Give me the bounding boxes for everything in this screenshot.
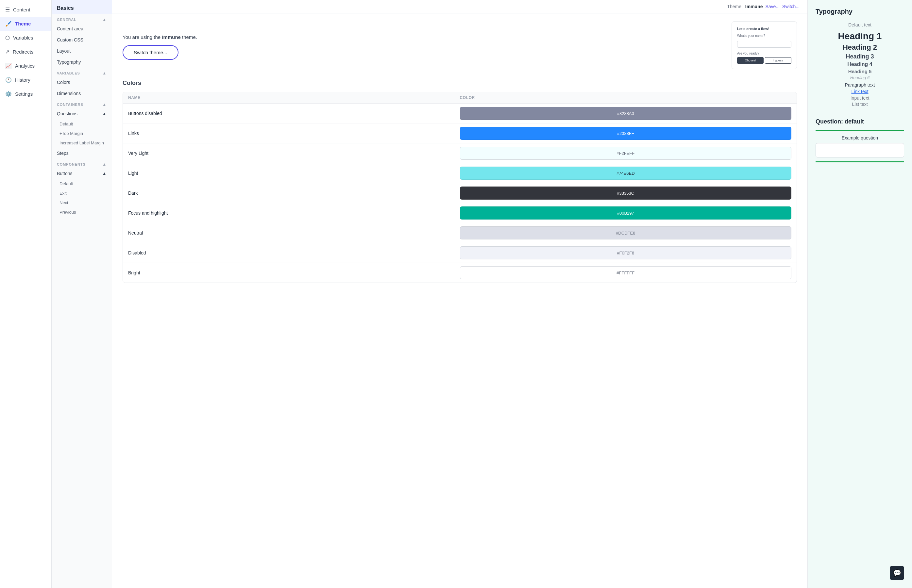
flow-preview-card: Let's create a flow! What's your name? A… [732,21,797,69]
left-sidebar: ☰ Content 🖌️ Theme ⬡ Variables ↗ Redirec… [0,0,52,588]
questions-arrow: ▲ [102,111,107,116]
sidebar-item-variables[interactable]: ⬡ Variables [0,31,51,45]
analytics-icon: 📈 [5,63,12,69]
sidebar-label-analytics: Analytics [15,63,35,69]
redirects-icon: ↗ [5,48,10,55]
color-row[interactable]: Very Light#F2FEFF [123,144,797,163]
nav-buttons[interactable]: Buttons ▲ [52,168,112,179]
nav-questions-top-margin[interactable]: +Top Margin [52,129,112,138]
variables-chevron[interactable]: ▲ [102,71,107,76]
typo-h3: Heading 3 [816,53,904,61]
preview-name-input[interactable] [737,41,791,48]
color-row[interactable]: Buttons disabled#8288A0 [123,103,797,123]
nav-custom-css[interactable]: Custom CSS [52,34,112,45]
sidebar-item-analytics[interactable]: 📈 Analytics [0,59,51,73]
color-row-name: Dark [128,191,460,195]
preview-yes-btn[interactable]: Oh, yes! [737,57,764,64]
containers-chevron[interactable]: ▲ [102,102,107,107]
theme-description: You are using the Immune theme. [123,34,721,40]
section-containers-label: CONTAINERS ▲ [52,99,112,108]
nav-typography[interactable]: Typography [52,57,112,68]
chat-symbol: 💬 [893,569,901,577]
color-row-name: Neutral [128,230,460,236]
color-row-name: Bright [128,270,460,275]
general-chevron[interactable]: ▲ [102,17,107,22]
question-preview: Example question [816,130,904,162]
sidebar-item-redirects[interactable]: ↗ Redirects [0,45,51,59]
color-row[interactable]: Dark#33353C [123,183,797,203]
color-swatch[interactable]: #DCDFE8 [460,226,792,239]
section-variables-label: VARIABLES ▲ [52,68,112,77]
color-swatch[interactable]: #33353C [460,187,792,200]
nav-colors[interactable]: Colors [52,77,112,88]
typo-h1: Heading 1 [816,30,904,42]
color-row[interactable]: Links#2388FF [123,123,797,144]
main-content: Theme: Immune Save... Switch... You are … [112,0,807,588]
nav-questions-default[interactable]: Default [52,119,112,129]
preview-buttons: Oh, yes! I guess [737,57,791,64]
preview-title: Let's create a flow! [737,27,791,31]
chat-icon[interactable]: 💬 [890,566,904,580]
question-section-title: Question: default [816,118,904,125]
typo-link[interactable]: Link text [816,89,904,95]
preview-ready-text: Are you ready? [737,52,791,55]
colors-section-title: Colors [123,80,797,87]
colors-table: NAME COLOR Buttons disabled#8288A0Links#… [123,92,797,283]
nav-questions-label-margin[interactable]: Increased Label Margin [52,138,112,148]
theme-label: Theme: [727,4,742,9]
sidebar-item-content[interactable]: ☰ Content [0,3,51,17]
content-area: You are using the Immune theme. Switch t… [112,13,807,291]
theme-name: Immune [745,4,763,9]
typo-h5: Heading 5 [816,68,904,75]
nav-buttons-exit[interactable]: Exit [52,189,112,198]
question-example-label: Example question [816,135,904,141]
preview-no-btn[interactable]: I guess [765,57,791,64]
theme-bold-name: Immune [162,34,181,40]
color-swatch[interactable]: #74E6ED [460,166,792,180]
content-icon: ☰ [5,6,10,13]
typography-title: Typography [816,8,904,15]
top-bar: Theme: Immune Save... Switch... [112,0,807,13]
typo-input: Input text [816,95,904,102]
typo-h2: Heading 2 [816,42,904,53]
typo-h4: Heading 4 [816,61,904,68]
sidebar-item-theme[interactable]: 🖌️ Theme [0,17,51,31]
components-chevron[interactable]: ▲ [102,162,107,166]
nav-questions[interactable]: Questions ▲ [52,108,112,119]
color-row[interactable]: Focus and highlight#00B297 [123,203,797,223]
color-row[interactable]: Disabled#F0F2F8 [123,243,797,263]
theme-text-block: You are using the Immune theme. Switch t… [123,21,721,60]
switch-theme-button[interactable]: Switch theme... [123,45,178,60]
nav-buttons-default[interactable]: Default [52,179,112,189]
sidebar-item-settings[interactable]: ⚙️ Settings [0,87,51,101]
sidebar-label-settings: Settings [15,91,33,97]
history-icon: 🕐 [5,77,12,83]
color-row[interactable]: Light#74E6ED [123,163,797,183]
color-row-name: Light [128,171,460,176]
sidebar-label-theme: Theme [15,21,31,26]
color-swatch[interactable]: #FFFFFF [460,266,792,279]
color-row[interactable]: Bright#FFFFFF [123,263,797,283]
color-swatch[interactable]: #F0F2F8 [460,246,792,259]
save-button[interactable]: Save... [766,4,780,9]
col-color: COLOR [460,95,792,100]
nav-buttons-next[interactable]: Next [52,198,112,207]
nav-steps[interactable]: Steps [52,148,112,159]
color-swatch[interactable]: #2388FF [460,127,792,140]
color-swatch[interactable]: #F2FEFF [460,147,792,160]
color-swatch[interactable]: #8288A0 [460,107,792,120]
typography-section: Typography Default text Heading 1 Headin… [816,8,904,108]
settings-icon: ⚙️ [5,91,12,97]
switch-button[interactable]: Switch... [782,4,800,9]
section-general-label: GENERAL ▲ [52,14,112,23]
nav-dimensions[interactable]: Dimensions [52,88,112,99]
middle-panel: Basics GENERAL ▲ Content area Custom CSS… [52,0,112,588]
color-row[interactable]: Neutral#DCDFE8 [123,223,797,243]
panel-header: Basics [52,0,112,14]
nav-buttons-previous[interactable]: Previous [52,207,112,217]
sidebar-item-history[interactable]: 🕐 History [0,73,51,87]
sidebar-label-history: History [15,77,31,82]
nav-content-area[interactable]: Content area [52,23,112,34]
color-swatch[interactable]: #00B297 [460,207,792,220]
nav-layout[interactable]: Layout [52,45,112,57]
